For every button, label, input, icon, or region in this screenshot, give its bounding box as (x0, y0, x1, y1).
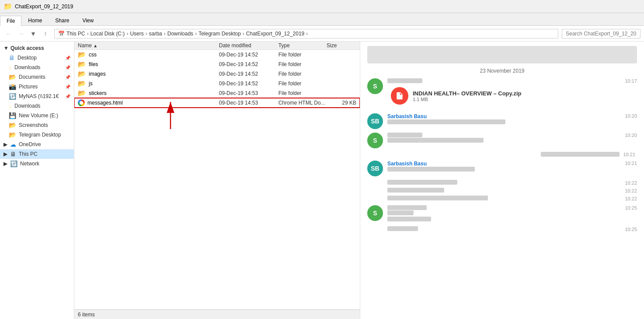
title-bar: 📁 ChatExport_09_12_2019 (0, 0, 644, 13)
chat-date-header: 23 November 2019 (367, 68, 637, 74)
message-time: 10:25 (625, 205, 637, 210)
time-only-row: 10:21 (367, 152, 637, 158)
sidebar-item-downloads2[interactable]: ↓ Downloads (0, 101, 74, 111)
folder-ss-icon: 📂 (9, 122, 16, 129)
path-part-downloads[interactable]: Downloads (167, 31, 193, 37)
path-part-thispc[interactable]: This PC (66, 31, 85, 37)
up-button[interactable]: ↑ (40, 28, 51, 39)
message-content: 10:20 (387, 133, 637, 148)
ribbon: File Home Share View (0, 13, 644, 26)
sort-arrow: ▲ (93, 43, 97, 48)
blurred-text (387, 180, 457, 185)
message-content: Sarbasish Basu 10:21 (387, 161, 637, 176)
file-row[interactable]: 📂 css 09-Dec-19 14:52 File folder (74, 50, 360, 60)
profile-area (367, 46, 637, 63)
pin-icon-nas: 📌 (65, 94, 70, 99)
sidebar-section-quick-access[interactable]: ▼ Quick access (0, 43, 74, 53)
file-name-stickers: 📂 stickers (78, 89, 219, 97)
message-row: 10:25 (387, 205, 637, 210)
message-group: S 10:17 INDIAN HEALTH– OVERVIEW – Copy.z… (367, 78, 637, 110)
search-input[interactable] (562, 29, 641, 39)
sidebar-item-mynas[interactable]: 🔃 MyNAS (\\192.1€ 📌 (0, 91, 74, 101)
path-part-users[interactable]: Users (130, 31, 143, 37)
col-size-header[interactable]: Size (327, 42, 356, 49)
file-row-messages-html[interactable]: messages.html 09-Dec-19 14:53 Chrome HTM… (74, 98, 360, 108)
message-row: 10:17 (387, 78, 637, 84)
col-date-header[interactable]: Date modified (219, 42, 278, 49)
sidebar-item-newvolume[interactable]: 💾 New Volume (E:) (0, 111, 74, 120)
pc-icon: 🖥 (10, 151, 16, 158)
chevron-right-icon-net: ▶ (3, 161, 7, 167)
back-button[interactable]: ← (3, 28, 14, 39)
toolbar: ← → ▼ ↑ 📅 This PC › Local Disk (C:) › Us… (0, 26, 644, 42)
file-list-header: Name ▲ Date modified Type Size (74, 42, 360, 50)
message-time: 10:21 (625, 161, 637, 166)
file-name-messages: messages.html (78, 99, 219, 106)
cloud-icon: ☁ (10, 141, 16, 148)
file-name-images: 📂 images (78, 70, 219, 78)
tab-home[interactable]: Home (21, 15, 49, 25)
status-bar: 6 items (74, 309, 360, 319)
blurred-sender (387, 133, 422, 137)
blurred-text (387, 188, 444, 193)
tab-file[interactable]: File (0, 16, 21, 26)
blurred-text (387, 226, 418, 231)
file-name-files: 📂 files (78, 60, 219, 68)
pin-icon-doc: 📌 (65, 75, 70, 80)
tab-view[interactable]: View (76, 15, 100, 25)
path-part-telegram[interactable]: Telegram Desktop (198, 31, 241, 37)
sidebar-item-onedrive[interactable]: ▶ ☁ OneDrive (0, 140, 74, 149)
folder-icon-css: 📂 (78, 51, 86, 59)
col-type-header[interactable]: Type (278, 42, 327, 49)
sidebar: ▼ Quick access 🖥 Desktop 📌 ↓ Downloads 📌… (0, 42, 74, 319)
path-part-chatexport[interactable]: ChatExport_09_12_2019 (246, 31, 304, 37)
desktop-icon: 🖥 (9, 54, 15, 61)
message-row: 10:20 (387, 133, 637, 138)
file-row[interactable]: 📂 files 09-Dec-19 14:52 File folder (74, 60, 360, 69)
sidebar-item-network[interactable]: ▶ 🔃 Network (0, 159, 74, 168)
network-icon: 🔃 (9, 93, 16, 100)
chat-panel: 23 November 2019 S 10:17 INDIAN HEALTH– … (360, 42, 644, 319)
sidebar-item-downloads[interactable]: ↓ Downloads 📌 (0, 63, 74, 72)
recent-button[interactable]: ▼ (28, 28, 38, 39)
file-attach-info: INDIAN HEALTH– OVERVIEW – Copy.zip 1.1 M… (413, 90, 521, 102)
message-time: 10:20 (625, 113, 637, 119)
file-row[interactable]: 📂 js 09-Dec-19 14:52 File folder (74, 79, 360, 88)
forward-button[interactable]: → (16, 28, 26, 39)
blurred-text (387, 167, 475, 172)
path-icon: 📅 (58, 31, 65, 37)
file-row[interactable]: 📂 images 09-Dec-19 14:52 File folder (74, 69, 360, 79)
blurred-sender (387, 78, 422, 83)
folder-tg-icon: 📂 (9, 131, 16, 138)
chrome-file-icon (78, 99, 85, 106)
sidebar-item-telegramdesktop[interactable]: 📂 Telegram Desktop (0, 130, 74, 140)
blurred-text (387, 217, 431, 221)
file-row[interactable]: 📂 stickers 09-Dec-19 14:53 File folder (74, 88, 360, 98)
path-part-c[interactable]: Local Disk (C:) (91, 31, 125, 37)
title-text: ChatExport_09_12_2019 (15, 4, 73, 10)
sidebar-item-documents[interactable]: 📂 Documents 📌 (0, 72, 74, 82)
sidebar-item-screenshots[interactable]: 📂 Screenshots (0, 120, 74, 130)
pin-icon-dl: 📌 (65, 65, 70, 70)
message-time: 10:21 (623, 152, 635, 158)
sidebar-item-pictures[interactable]: 📸 Pictures 📌 (0, 82, 74, 91)
path-part-sarba[interactable]: sarba (149, 31, 162, 37)
sidebar-item-thispc[interactable]: ▶ 🖥 This PC (0, 149, 74, 159)
status-text: 6 items (78, 312, 95, 318)
sidebar-item-desktop[interactable]: 🖥 Desktop 📌 (0, 53, 74, 63)
pin-icon: 📌 (65, 56, 70, 60)
address-bar[interactable]: 📅 This PC › Local Disk (C:) › Users › sa… (54, 29, 558, 39)
tab-share[interactable]: Share (49, 15, 76, 25)
chevron-down-icon: ▼ (3, 45, 9, 51)
chevron-right-icon: ▶ (3, 141, 7, 147)
blurred-text (387, 196, 488, 200)
avatar-s3: S (367, 205, 383, 221)
message-content: Sarbasish Basu 10:20 (387, 113, 637, 129)
col-name-header[interactable]: Name ▲ (78, 42, 219, 49)
file-list: 📂 css 09-Dec-19 14:52 File folder 📂 file… (74, 50, 360, 309)
blurred-text (541, 152, 620, 157)
time-only-row: 10:22 (387, 188, 637, 194)
message-group: S 10:25 (367, 205, 637, 223)
chevron-right-icon-pc: ▶ (3, 151, 7, 157)
message-time: 10:22 (625, 188, 637, 193)
